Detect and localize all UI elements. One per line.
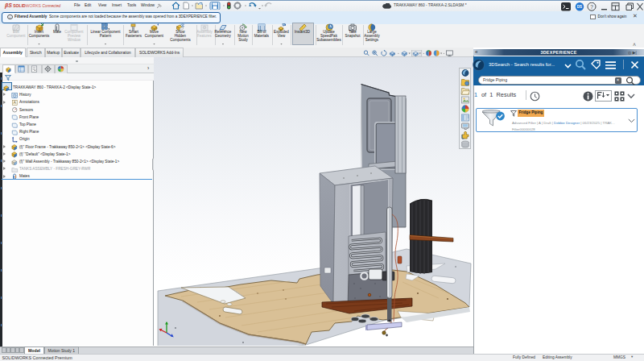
svg-text:A: A	[14, 100, 17, 105]
svg-text:DS: DS	[577, 5, 582, 9]
svg-text:?: ?	[590, 3, 593, 9]
